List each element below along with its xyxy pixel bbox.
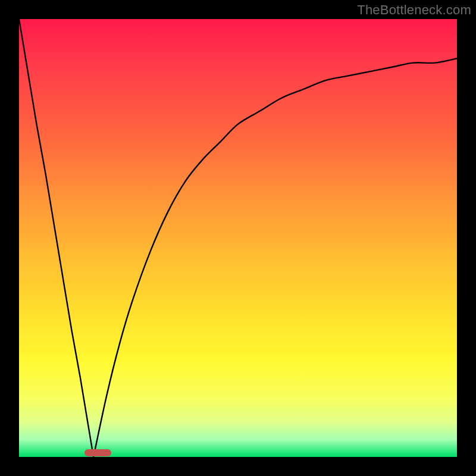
curve-right-branch <box>93 58 457 457</box>
plot-area <box>19 19 457 457</box>
curve-left-branch <box>19 19 93 457</box>
chart-frame: TheBottleneck.com <box>0 0 476 476</box>
vertex-marker <box>84 449 111 456</box>
watermark-text: TheBottleneck.com <box>357 2 471 18</box>
curve-layer <box>19 19 457 457</box>
